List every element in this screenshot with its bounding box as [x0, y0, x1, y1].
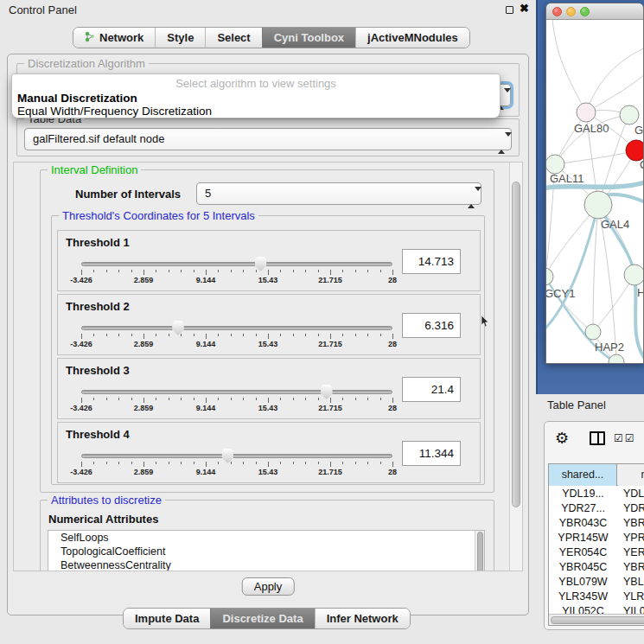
tick-label: 2.859 — [134, 276, 154, 284]
algorithm-dropdown-popup: Select algorithm to view settings Manual… — [11, 73, 501, 118]
tick-label: 15.43 — [258, 340, 278, 348]
slider-ticks — [81, 334, 392, 339]
tick-label: 15.43 — [258, 276, 278, 284]
panel-title: Control Panel — [9, 3, 77, 16]
tick-label: 15.43 — [258, 404, 278, 412]
interval-definition-group: Interval Definition Number of Intervals … — [40, 169, 494, 493]
group-title-interval-definition: Interval Definition — [48, 163, 141, 176]
node-label-h: H — [637, 286, 643, 299]
cell-name: YBL0 — [623, 575, 644, 590]
network-node-gal11[interactable] — [546, 155, 564, 174]
threshold-4-box: Threshold 4-3.4262.8599.14415.4321.71528… — [57, 422, 481, 483]
tick-label: 9.144 — [196, 340, 216, 348]
settings-vertical-scrollbar[interactable] — [509, 163, 522, 571]
threshold-3-box: Threshold 3-3.4262.8599.14415.4321.71528… — [57, 358, 481, 419]
tab-discretize-data[interactable]: Discretize Data — [210, 609, 314, 628]
zoom-window-icon[interactable] — [580, 7, 590, 16]
cell-name: YBR0 — [623, 560, 644, 575]
network-canvas[interactable]: GAL80GACGAL11GAL4GCY1HHAP2 — [546, 20, 643, 364]
thresholds-group: Threshold's Coordinates for 5 Intervals … — [51, 215, 485, 485]
network-node-bottom-node[interactable] — [609, 354, 624, 364]
node-label-gal4: GAL4 — [601, 218, 629, 231]
table-header: shared... n — [549, 464, 644, 486]
table-data-combobox[interactable]: galFiltered.sif default node — [24, 128, 512, 150]
table-data-group: Table Data galFiltered.sif default node — [16, 118, 520, 156]
tick-label: 28 — [388, 404, 397, 412]
tab-label: Cyni Toolbox — [274, 31, 344, 44]
node-table: shared... n YDL19...YDL1YDR27...YDR2YBR0… — [548, 463, 644, 626]
slider-tick-labels: -3.4262.8599.14415.4321.71528 — [81, 340, 392, 350]
algorithm-option-manual-discretization[interactable]: Manual Discretization — [14, 92, 492, 105]
attribute-item-betweennesscentrality[interactable]: BetweennessCentrality — [48, 558, 484, 571]
network-node-h[interactable] — [624, 265, 643, 285]
tab-select[interactable]: Select — [205, 28, 261, 48]
table-row[interactable]: YBR045CYBR0 — [549, 560, 644, 575]
threshold-1-box: Threshold 1-3.4262.8599.14415.4321.71528… — [57, 230, 481, 291]
tick-label: 28 — [388, 468, 397, 476]
hscrollbar-thumb[interactable] — [551, 616, 644, 624]
close-icon[interactable]: ✖ — [520, 2, 529, 15]
tab-label: Select — [217, 31, 250, 44]
attributes-scrollbar[interactable] — [475, 531, 484, 571]
group-title-attributes: Attributes to discretize — [48, 494, 165, 507]
float-window-icon[interactable] — [506, 6, 513, 14]
cyni-toolbox-panel: Discretization Algorithm Select algorith… — [7, 54, 529, 615]
threshold-2-box: Threshold 2-3.4262.8599.14415.4321.71528… — [57, 294, 481, 355]
table-row[interactable]: YDR27...YDR2 — [549, 501, 644, 516]
cell-name: YDL1 — [623, 487, 644, 501]
threshold-slider[interactable] — [81, 326, 392, 330]
column-header-shared-name[interactable]: shared... — [549, 464, 617, 486]
tab-impute-data[interactable]: Impute Data — [124, 609, 210, 628]
threshold-value-field[interactable]: 21.4 — [402, 377, 461, 402]
threshold-value-field[interactable]: 14.713 — [402, 249, 461, 274]
threshold-label: Threshold 2 — [66, 300, 130, 313]
tab-network[interactable]: Network — [73, 28, 155, 48]
threshold-slider[interactable] — [81, 454, 392, 458]
tab-label: Impute Data — [135, 612, 199, 625]
table-row[interactable]: YPR145WYPR1 — [549, 531, 644, 545]
tick-label: -3.426 — [70, 276, 92, 284]
numerical-attributes-list: SelfLoopsTopologicalCoefficientBetweenne… — [48, 530, 485, 571]
node-label-hap2: HAP2 — [595, 341, 624, 354]
number-of-intervals-spinner[interactable]: 5 — [196, 182, 481, 205]
select-columns-checkboxes-icon[interactable]: ☑☑ — [614, 432, 636, 444]
table-row[interactable]: YBR043CYBR0 — [549, 516, 644, 531]
attribute-item-topologicalcoefficient[interactable]: TopologicalCoefficient — [48, 545, 484, 558]
minimize-window-icon[interactable] — [566, 7, 576, 16]
group-title-discretization-algorithm: Discretization Algorithm — [24, 57, 149, 70]
network-node-gal4[interactable] — [584, 191, 612, 219]
network-node-hap2[interactable] — [585, 324, 601, 340]
threshold-slider[interactable] — [81, 390, 392, 394]
close-window-icon[interactable] — [552, 7, 562, 16]
app-root: Control Panel ✖ NetworkStyleSelectCyni T… — [0, 0, 644, 644]
scrollbar-thumb[interactable] — [512, 182, 520, 507]
gear-icon[interactable]: ⚙ — [555, 429, 569, 448]
network-node-gal80[interactable] — [577, 103, 596, 122]
tab-label: Style — [167, 31, 194, 44]
table-row[interactable]: YER054CYER0 — [549, 545, 644, 560]
threshold-value-field[interactable]: 6.316 — [402, 313, 461, 338]
attribute-item-selfloops[interactable]: SelfLoops — [48, 531, 484, 545]
tab-infer-network[interactable]: Infer Network — [315, 609, 410, 628]
algorithm-option-equal-width-frequency-discretization[interactable]: Equal Width/Frequency Discretization — [14, 105, 492, 118]
network-node-ga[interactable] — [620, 105, 639, 124]
table-horizontal-scrollbar[interactable] — [549, 614, 644, 625]
table-row[interactable]: YBL079WYBL0 — [549, 575, 644, 590]
column-header-name[interactable]: n — [618, 464, 644, 486]
table-row[interactable]: YDL19...YDL1 — [549, 487, 644, 501]
network-edge — [586, 48, 643, 112]
tab-cyni-toolbox[interactable]: Cyni Toolbox — [262, 28, 355, 48]
cell-shared-name: YDL19... — [549, 487, 617, 501]
tick-label: -3.426 — [70, 468, 92, 476]
threshold-value-field[interactable]: 11.344 — [402, 441, 461, 466]
attributes-group: Attributes to discretize Numerical Attri… — [40, 500, 494, 571]
table-row[interactable]: YLR345WYLR3 — [549, 590, 644, 604]
tab-jactivemnodules[interactable]: jActiveMNodules — [355, 28, 469, 48]
slider-ticks — [81, 462, 392, 467]
table-panel-title: Table Panel — [547, 399, 606, 411]
apply-button[interactable]: Apply — [242, 577, 295, 596]
columns-icon[interactable] — [590, 431, 605, 445]
network-node-gcy1[interactable] — [546, 268, 553, 285]
threshold-slider[interactable] — [81, 262, 392, 266]
tab-style[interactable]: Style — [155, 28, 205, 48]
